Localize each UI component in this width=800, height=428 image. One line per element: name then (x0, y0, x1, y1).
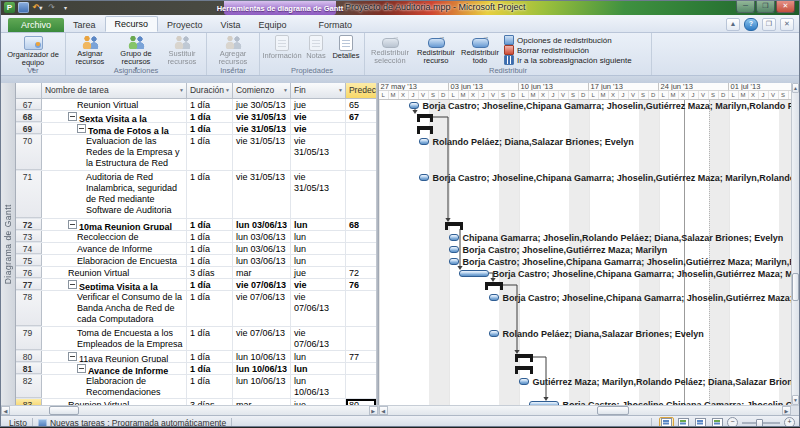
predecessor-cell[interactable] (346, 375, 376, 398)
gantt-view-button[interactable] (659, 417, 674, 428)
close-window-icon[interactable]: ✕ (780, 18, 794, 31)
close-button[interactable]: ✕ (776, 1, 795, 13)
start-date-cell[interactable]: vie 31/05/13 (233, 135, 291, 170)
task-name-cell[interactable]: Avance de Informe (42, 363, 187, 374)
vertical-scroll-thumb[interactable] (792, 273, 799, 301)
table-row[interactable]: 7210ma Reunion Grupal1 díalun 03/06/13lu… (16, 219, 376, 231)
table-scroll-thumb[interactable] (49, 406, 79, 415)
task-name-cell[interactable]: Sexta Visita a la Empresa (42, 111, 187, 122)
collapse-minus-icon[interactable] (68, 352, 77, 361)
finish-date-cell[interactable]: lun 10/06/13 (291, 375, 346, 398)
task-bar[interactable] (419, 138, 429, 145)
scroll-left-icon[interactable]: ◀ (1, 406, 10, 415)
finish-date-cell[interactable]: jue 06/06/13 (291, 267, 346, 278)
predecessor-cell[interactable] (346, 291, 376, 326)
team-planner-view-button[interactable] (693, 417, 708, 428)
task-name-cell[interactable]: Auditoria de Red Inalambrica, seguridad … (42, 171, 187, 218)
undo-icon[interactable]: ↶▾ (32, 2, 43, 13)
tab-vista[interactable]: Vista (212, 18, 250, 32)
row-id-cell[interactable]: 69 (16, 123, 42, 134)
predecessor-cell[interactable] (346, 363, 376, 374)
predecessor-cell[interactable]: 72 (346, 267, 376, 278)
table-row[interactable]: 76Reunion Virtual3 díasmar 04/06/13jue 0… (16, 267, 376, 279)
start-date-cell[interactable]: lun 03/06/13 (233, 243, 291, 254)
row-id-cell[interactable]: 74 (16, 243, 42, 254)
summary-task-bar[interactable] (417, 114, 433, 122)
finish-date-cell[interactable]: vie 07/06/13 (291, 279, 346, 290)
finish-date-cell[interactable]: lun 03/06/13 (291, 231, 346, 242)
row-id-cell[interactable]: 77 (16, 279, 42, 290)
task-bar[interactable] (489, 294, 499, 301)
collapse-minus-icon[interactable] (68, 112, 77, 121)
duration-cell[interactable]: 1 día (187, 123, 233, 134)
task-bar[interactable] (419, 174, 429, 181)
finish-date-cell[interactable]: lun 10/06/13 (291, 351, 346, 362)
start-date-cell[interactable]: lun 03/06/13 (233, 219, 291, 230)
task-name-cell[interactable]: Toma de Fotos a la Empresa (42, 123, 187, 134)
start-date-cell[interactable]: lun 10/06/13 (233, 375, 291, 398)
summary-task-bar[interactable] (485, 282, 503, 290)
table-row[interactable]: 68Sexta Visita a la Empresa1 díavie 31/0… (16, 111, 376, 123)
predecessor-cell[interactable] (346, 255, 376, 266)
start-date-cell[interactable]: lun 03/06/13 (233, 255, 291, 266)
finish-date-cell[interactable]: lun 10/06/13 (291, 363, 346, 374)
task-name-cell[interactable]: Avance de Informe (42, 243, 187, 254)
duration-cell[interactable]: 1 día (187, 327, 233, 350)
finish-date-cell[interactable]: vie 07/06/13 (291, 291, 346, 326)
start-date-cell[interactable]: vie 07/06/13 (233, 279, 291, 290)
task-bar[interactable] (449, 258, 459, 265)
row-id-cell[interactable]: 75 (16, 255, 42, 266)
assign-resources-button[interactable]: Asignar recursos (68, 34, 112, 66)
task-bar[interactable] (409, 102, 419, 109)
collapse-ribbon-icon[interactable]: ▲ (726, 18, 740, 31)
scroll-left-icon[interactable]: ◀ (379, 406, 388, 415)
start-date-cell[interactable]: vie 31/05/13 (233, 111, 291, 122)
predecessor-cell[interactable]: 77 (346, 351, 376, 362)
clear-leveling-item[interactable]: Borrar redistribución (501, 45, 649, 55)
zoom-slider[interactable] (742, 422, 780, 424)
task-bar[interactable] (449, 246, 459, 253)
table-row[interactable]: 74Avance de Informe1 díalun 03/06/13lun … (16, 243, 376, 255)
qat-customize-icon[interactable]: ▾ (60, 2, 71, 13)
task-name-cell[interactable]: Reunion Virtual (42, 99, 187, 110)
table-row[interactable]: 77Septima Visita a la Empresa1 díavie 07… (16, 279, 376, 291)
finish-date-cell[interactable]: vie 31/05/13 (291, 171, 346, 218)
restore-window-icon[interactable]: ❐ (762, 18, 776, 31)
task-bar[interactable] (449, 234, 459, 241)
vertical-scrollbar[interactable]: ▲ ▼ (791, 83, 799, 405)
duration-cell[interactable]: 1 día (187, 135, 233, 170)
leveling-options-item[interactable]: Opciones de redistribución (501, 35, 649, 45)
scroll-right-icon[interactable]: ▶ (782, 406, 791, 415)
scroll-up-icon[interactable]: ▲ (792, 83, 799, 93)
row-id-cell[interactable]: 80 (16, 351, 42, 362)
table-row[interactable]: 78Verificar el Consumo de la Banda Ancha… (16, 291, 376, 327)
start-date-cell[interactable]: lun 10/06/13 (233, 363, 291, 374)
task-name-cell[interactable]: Elaboracion de Recomendaciones (42, 375, 187, 398)
minimize-button[interactable]: ─ (736, 1, 755, 13)
maximize-button[interactable]: ❐ (756, 1, 775, 13)
summary-task-bar[interactable] (515, 354, 533, 362)
duration-cell[interactable]: 1 día (187, 375, 233, 398)
finish-date-cell[interactable]: vie 31/05/13 (291, 111, 346, 122)
row-id-cell[interactable]: 79 (16, 327, 42, 350)
start-date-cell[interactable]: jue 30/05/13 (233, 99, 291, 110)
predecessor-cell[interactable] (346, 123, 376, 134)
start-date-cell[interactable]: mar 11/06/13 (233, 399, 291, 405)
start-date-cell[interactable]: lun 03/06/13 (233, 231, 291, 242)
column-header-comienzo[interactable]: Comienzo▼ (233, 83, 291, 99)
table-row[interactable]: 70Evaluacion de las Redes de la Empresa … (16, 135, 376, 171)
predecessor-cell[interactable] (346, 231, 376, 242)
row-id-cell[interactable]: 78 (16, 291, 42, 326)
finish-date-cell[interactable]: lun 03/06/13 (291, 219, 346, 230)
finish-date-cell[interactable]: jue 30/05/13 (291, 99, 346, 110)
task-name-cell[interactable]: Verificar el Consumo de la Banda Ancha d… (42, 291, 187, 326)
duration-cell[interactable]: 1 día (187, 171, 233, 218)
predecessor-cell[interactable]: 65 (346, 99, 376, 110)
level-resource-button[interactable]: Redistribuir recurso (413, 34, 459, 65)
column-header-fin[interactable]: Fin▼ (291, 83, 346, 99)
tab-tarea[interactable]: Tarea (64, 18, 105, 32)
resource-sheet-view-button[interactable] (710, 417, 725, 428)
predecessor-cell[interactable] (346, 171, 376, 218)
predecessor-cell[interactable] (346, 135, 376, 170)
task-usage-view-button[interactable] (676, 417, 691, 428)
